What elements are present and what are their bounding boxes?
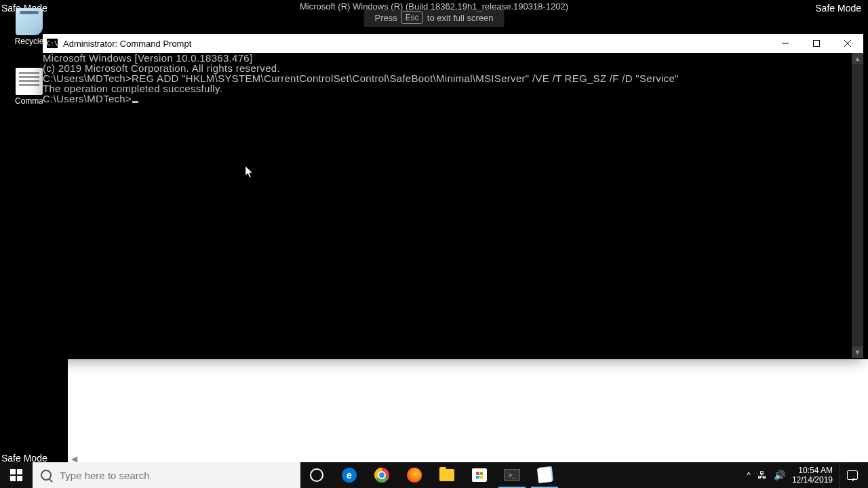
clock-time: 10:54 AM [792,466,833,475]
minimize-button[interactable] [770,34,801,53]
cmd-icon: >_ [504,469,520,481]
cortana-icon [310,468,323,482]
esc-key-badge: Esc [401,12,423,24]
network-icon[interactable]: 🖧 [757,470,767,481]
chrome-icon [374,468,389,483]
taskbar-cortana[interactable] [300,462,333,488]
system-tray: ^ 🖧 🔊 10:54 AM 12/14/2019 [747,462,868,488]
search-icon [41,470,52,481]
cmd-line: (c) 2019 Microsoft Corporation. All righ… [43,63,852,73]
cmd-line: The operation completed successfully. [43,83,852,94]
edge-icon: e [342,468,357,483]
taskbar-firefox[interactable] [398,462,431,488]
taskbar-chrome[interactable] [366,462,398,488]
taskbar-store[interactable] [463,462,496,488]
taskbar-search[interactable] [33,462,300,488]
cmd-line: Microsoft Windows [Version 10.0.18363.47… [43,53,852,63]
notepad-icon [537,467,552,483]
esc-hint-press: Press [375,13,397,23]
firefox-icon [407,468,422,483]
minimize-icon [782,40,789,47]
taskbar-edge[interactable]: e [333,462,366,488]
taskbar-cmd[interactable]: >_ [496,462,528,488]
taskbar-notepad[interactable] [528,462,561,488]
command-prompt-window: C:\ Administrator: Command Prompt Micros… [43,34,863,358]
tray-overflow-button[interactable]: ^ [747,470,751,480]
fullscreen-esc-hint: Press Esc to exit full screen [364,9,505,27]
background-window[interactable] [68,359,868,462]
start-button[interactable] [0,462,33,488]
close-icon [844,40,851,47]
taskbar-clock[interactable]: 10:54 AM 12/14/2019 [792,466,833,485]
window-title: Administrator: Command Prompt [63,39,770,49]
cmd-output[interactable]: Microsoft Windows [Version 10.0.18363.47… [43,53,852,358]
maximize-button[interactable] [801,34,832,53]
windows-logo-icon [10,469,22,481]
title-bar[interactable]: C:\ Administrator: Command Prompt [43,34,863,53]
cmd-app-icon: C:\ [47,39,58,48]
action-center-icon [847,470,858,480]
vertical-scrollbar[interactable]: ▲ ▼ [852,53,863,358]
cmd-prompt-line: C:\Users\MDTech> [43,94,852,104]
search-input[interactable] [60,470,292,481]
window-controls [770,34,863,53]
volume-icon[interactable]: 🔊 [774,470,785,481]
recycle-bin-icon [16,8,43,35]
esc-hint-rest: to exit full screen [427,13,494,23]
close-button[interactable] [832,34,863,53]
action-center-button[interactable] [840,462,864,488]
text-file-icon [16,68,43,95]
clock-date: 12/14/2019 [792,475,833,485]
cmd-body: Microsoft Windows [Version 10.0.18363.47… [43,53,863,358]
text-cursor [132,101,138,103]
cmd-prompt-text: C:\Users\MDTech> [43,93,132,104]
store-icon [472,468,487,482]
svg-rect-1 [814,41,820,47]
scroll-down-button[interactable]: ▼ [852,346,863,358]
taskbar: e >_ ^ 🖧 🔊 10:54 AM 12/14/2019 [0,462,868,488]
taskbar-file-explorer[interactable] [431,462,463,488]
taskbar-apps: e >_ [300,462,561,488]
cmd-line: C:\Users\MDTech>REG ADD "HKLM\SYSTEM\Cur… [43,73,852,83]
maximize-icon [813,40,820,47]
folder-icon [439,469,454,481]
scroll-up-button[interactable]: ▲ [852,53,863,64]
